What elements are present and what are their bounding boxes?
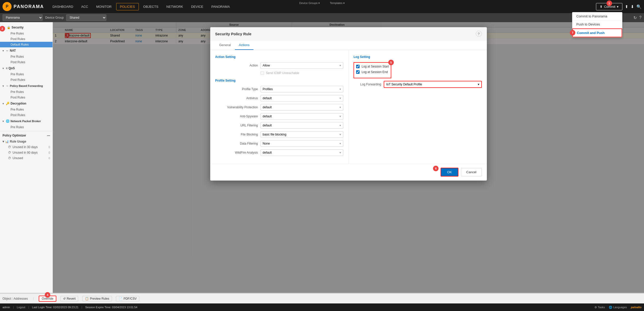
nav-policies[interactable]: POLICIES bbox=[116, 3, 139, 10]
log-forwarding-chevron: ▾ bbox=[478, 83, 479, 86]
sidebar-pbf-group[interactable]: ▾ → Policy Based Forwarding bbox=[0, 83, 53, 89]
sidebar-security-post-rules[interactable]: Post Rules bbox=[0, 36, 53, 42]
action-select[interactable]: Allow ▾ bbox=[261, 62, 344, 69]
cancel-button[interactable]: Cancel bbox=[461, 168, 482, 176]
sidebar-security-pre-rules[interactable]: Pre Rules bbox=[0, 31, 53, 36]
sidebar-npb-pre-rules[interactable]: Pre Rules bbox=[0, 124, 53, 130]
templates-tab[interactable]: Templates ▾ bbox=[330, 1, 345, 5]
nav-objects[interactable]: OBJECTS bbox=[140, 3, 162, 10]
push-to-devices[interactable]: Push to Devices bbox=[572, 20, 622, 28]
sidebar-security-default-rules[interactable]: Default Rules bbox=[0, 42, 53, 47]
sidebar-nat-pre-rules[interactable]: Pre Rules bbox=[0, 54, 53, 59]
anti-spyware-label: Anti-Spyware bbox=[215, 115, 261, 118]
log-checkboxes-highlight: 5 Log at Session Start Log at Session En… bbox=[354, 62, 391, 78]
modal-tabs: General Actions bbox=[210, 41, 487, 50]
log-session-end-label: Log at Session End bbox=[362, 70, 388, 74]
log-forwarding-label: Log Forwarding bbox=[354, 83, 384, 86]
commit-btn-group: 1 ⬆ Commit ▾ Commit to Panorama Push to … bbox=[596, 3, 622, 10]
rule-usage-text: Rule Usage bbox=[10, 140, 26, 143]
sidebar-pbf-post-rules[interactable]: Post Rules bbox=[0, 95, 53, 100]
annotation-badge-1: 1 bbox=[607, 1, 612, 6]
chevron-npb: ▾ bbox=[3, 120, 4, 123]
download-icon[interactable]: ⬇ bbox=[631, 4, 634, 9]
wildfire-label: WildFire Analysis bbox=[215, 151, 261, 154]
anti-spyware-chevron: ▾ bbox=[339, 115, 341, 118]
nav-monitor[interactable]: MONITOR bbox=[93, 3, 115, 10]
unused-30-days-item[interactable]: ⏱ Unused in 30 days 0 bbox=[0, 144, 53, 150]
sidebar-npb-group[interactable]: ▾ 🌐 Network Packet Broker bbox=[0, 118, 53, 124]
action-row: Action Allow ▾ bbox=[215, 62, 344, 69]
log-session-start-checkbox[interactable] bbox=[356, 65, 360, 68]
panorama-logo: P bbox=[3, 2, 12, 11]
refresh-icon[interactable]: ↻ bbox=[633, 15, 637, 20]
nav-network[interactable]: NETWORK bbox=[163, 3, 187, 10]
anti-spyware-select[interactable]: default ▾ bbox=[261, 113, 344, 120]
nav-acc[interactable]: ACC bbox=[78, 3, 92, 10]
sidebar-nat-post-rules[interactable]: Post Rules bbox=[0, 59, 53, 65]
sub-navigation: Panorama Device Group Shared ↻ ? bbox=[0, 13, 644, 22]
log-forwarding-select[interactable]: IoT Security Default Profile ▾ bbox=[384, 81, 482, 88]
panorama-select[interactable]: Panorama bbox=[3, 14, 43, 21]
logo-area: P PANORAMA bbox=[3, 2, 44, 11]
sidebar-decryption-pre-rules[interactable]: Pre Rules bbox=[0, 107, 53, 112]
upload-icon[interactable]: ⬆ bbox=[625, 4, 628, 9]
sidebar-qos-pre-rules[interactable]: Pre Rules bbox=[0, 72, 53, 77]
sidebar-nat-group[interactable]: ▾ ↔ NAT bbox=[0, 47, 53, 54]
profile-setting-title: Profile Setting bbox=[215, 79, 344, 82]
url-filtering-select[interactable]: default ▾ bbox=[261, 122, 344, 129]
tasks-link[interactable]: ⚙ Tasks bbox=[594, 306, 605, 309]
modal-overlay: Security Policy Rule ? General Actions A… bbox=[53, 22, 644, 293]
status-right: ⚙ Tasks 🌐 Languages paloalto bbox=[594, 306, 641, 309]
device-group-select[interactable]: Shared bbox=[66, 14, 106, 21]
unused-label: Unused bbox=[13, 156, 23, 160]
sidebar-pbf-pre-rules[interactable]: Pre Rules bbox=[0, 89, 53, 95]
nav-dashboard[interactable]: DASHBOARD bbox=[49, 3, 77, 10]
icmp-checkbox[interactable] bbox=[261, 71, 264, 75]
file-blocking-select[interactable]: basic file blocking ▾ bbox=[261, 131, 344, 138]
wildfire-select[interactable]: default ▾ bbox=[261, 149, 344, 156]
sidebar: 2 ▾ 🔒 Security Pre Rules Post Rules Defa… bbox=[0, 22, 53, 293]
data-filtering-select[interactable]: None ▾ bbox=[261, 140, 344, 147]
tab-general[interactable]: General bbox=[215, 41, 235, 50]
unused-item[interactable]: ⏱ Unused 0 bbox=[0, 155, 53, 161]
modal-help-button[interactable]: ? bbox=[476, 31, 482, 37]
npb-pre-label: Pre Rules bbox=[11, 125, 24, 129]
qos-post-label: Post Rules bbox=[11, 78, 25, 82]
sidebar-decryption-group[interactable]: ▾ 🔑 Decryption bbox=[0, 100, 53, 107]
log-session-end-checkbox[interactable] bbox=[356, 70, 360, 74]
nav-panorama[interactable]: PANORAMA bbox=[208, 3, 233, 10]
nat-post-label: Post Rules bbox=[11, 60, 25, 64]
unused-90-days-item[interactable]: ⏱ Unused in 90 days 0 bbox=[0, 150, 53, 155]
sidebar-decryption-post-rules[interactable]: Post Rules bbox=[0, 112, 53, 118]
revert-button[interactable]: ↺ Revert bbox=[60, 296, 78, 301]
antivirus-select[interactable]: default ▾ bbox=[261, 95, 344, 101]
vulnerability-select[interactable]: default ▾ bbox=[261, 104, 344, 111]
main-layout: 2 ▾ 🔒 Security Pre Rules Post Rules Defa… bbox=[0, 22, 644, 293]
profile-type-select[interactable]: Profiles ▾ bbox=[261, 86, 344, 92]
device-groups-tab[interactable]: Device Groups ▾ bbox=[299, 1, 320, 5]
log-session-start-label: Log at Session Start bbox=[362, 65, 389, 68]
pdf-label: PDF/CSV bbox=[123, 297, 137, 300]
preview-rules-button[interactable]: 📋 Preview Rules bbox=[82, 296, 112, 301]
commit-and-push[interactable]: 7 Commit and Push bbox=[572, 28, 622, 37]
sidebar-qos-group[interactable]: ▾ ≡ QoS bbox=[0, 65, 53, 72]
tab-actions[interactable]: Actions bbox=[235, 41, 254, 50]
commit-to-panorama[interactable]: Commit to Panorama bbox=[572, 12, 622, 20]
ok-button[interactable]: OK bbox=[441, 168, 458, 177]
nav-device[interactable]: DEVICE bbox=[188, 3, 207, 10]
languages-link[interactable]: 🌐 Languages bbox=[609, 306, 627, 309]
logout-link[interactable]: Logout bbox=[17, 306, 25, 309]
session-expire-label: Session Expire Time: 03/04/2023 13:01:54 bbox=[85, 306, 137, 309]
search-icon[interactable]: 🔍 bbox=[636, 4, 641, 9]
antivirus-value: default bbox=[263, 96, 272, 100]
npb-label: Network Packet Broker bbox=[11, 120, 41, 123]
sidebar-qos-post-rules[interactable]: Post Rules bbox=[0, 77, 53, 83]
wildfire-chevron: ▾ bbox=[339, 151, 341, 154]
preview-label: Preview Rules bbox=[90, 297, 109, 300]
url-filtering-row: URL Filtering default ▾ bbox=[215, 122, 344, 129]
help-icon[interactable]: ? bbox=[639, 15, 641, 20]
sidebar-security-group[interactable]: 2 ▾ 🔒 Security bbox=[0, 24, 53, 31]
policy-optimizer-header[interactable]: Policy Optimizer — bbox=[0, 132, 53, 139]
action-setting-title: Action Setting bbox=[215, 55, 344, 59]
pdf-csv-button[interactable]: 📄 PDF/CSV bbox=[116, 296, 139, 301]
